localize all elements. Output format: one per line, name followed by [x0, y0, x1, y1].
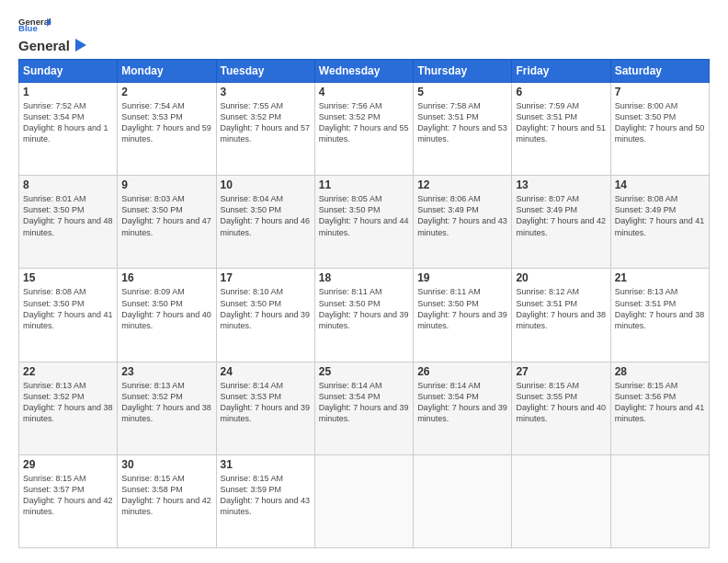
day-number: 8 [23, 178, 113, 191]
col-header-saturday: Saturday [610, 60, 709, 83]
calendar-cell: 11 Sunrise: 8:05 AM Sunset: 3:50 PM Dayl… [314, 176, 413, 269]
day-number: 12 [417, 178, 507, 191]
day-info: Sunrise: 8:08 AM Sunset: 3:49 PM Dayligh… [615, 193, 705, 238]
calendar-cell: 15 Sunrise: 8:08 AM Sunset: 3:50 PM Dayl… [19, 269, 118, 362]
calendar-cell: 25 Sunrise: 8:14 AM Sunset: 3:54 PM Dayl… [314, 362, 413, 454]
calendar-cell: 24 Sunrise: 8:14 AM Sunset: 3:53 PM Dayl… [216, 362, 314, 454]
day-info: Sunrise: 8:05 AM Sunset: 3:50 PM Dayligh… [319, 193, 409, 238]
day-number: 16 [121, 271, 211, 284]
calendar-cell: 3 Sunrise: 7:55 AM Sunset: 3:52 PM Dayli… [216, 83, 314, 176]
col-header-friday: Friday [512, 60, 610, 83]
calendar-cell: 10 Sunrise: 8:04 AM Sunset: 3:50 PM Dayl… [216, 176, 314, 269]
calendar-cell: 30 Sunrise: 8:15 AM Sunset: 3:58 PM Dayl… [118, 454, 216, 547]
day-number: 7 [615, 86, 705, 98]
svg-marker-2 [75, 39, 86, 52]
day-number: 31 [221, 458, 311, 471]
col-header-sunday: Sunday [19, 60, 118, 83]
logo-triangle-icon [72, 37, 88, 53]
calendar-cell: 4 Sunrise: 7:56 AM Sunset: 3:52 PM Dayli… [314, 83, 413, 176]
calendar-cell [512, 454, 610, 547]
header-row: SundayMondayTuesdayWednesdayThursdayFrid… [19, 60, 710, 83]
week-row-2: 8 Sunrise: 8:01 AM Sunset: 3:50 PM Dayli… [19, 176, 710, 269]
calendar-cell: 27 Sunrise: 8:15 AM Sunset: 3:55 PM Dayl… [512, 362, 610, 454]
calendar-cell [314, 454, 413, 547]
day-info: Sunrise: 8:09 AM Sunset: 3:50 PM Dayligh… [121, 286, 211, 331]
calendar-cell: 31 Sunrise: 8:15 AM Sunset: 3:59 PM Dayl… [216, 454, 314, 547]
logo: General Blue General [18, 15, 88, 50]
calendar-cell: 20 Sunrise: 8:12 AM Sunset: 3:51 PM Dayl… [512, 269, 610, 362]
day-info: Sunrise: 8:13 AM Sunset: 3:51 PM Dayligh… [615, 286, 705, 331]
day-info: Sunrise: 8:14 AM Sunset: 3:54 PM Dayligh… [319, 380, 409, 425]
day-info: Sunrise: 8:15 AM Sunset: 3:59 PM Dayligh… [221, 473, 311, 518]
calendar-cell: 7 Sunrise: 8:00 AM Sunset: 3:50 PM Dayli… [610, 83, 709, 176]
day-number: 27 [516, 365, 606, 378]
col-header-thursday: Thursday [414, 60, 512, 83]
day-number: 17 [221, 271, 311, 284]
day-number: 24 [221, 365, 311, 378]
day-info: Sunrise: 7:58 AM Sunset: 3:51 PM Dayligh… [417, 100, 507, 145]
day-number: 9 [121, 178, 211, 191]
day-info: Sunrise: 7:54 AM Sunset: 3:53 PM Dayligh… [121, 100, 211, 145]
day-info: Sunrise: 8:13 AM Sunset: 3:52 PM Dayligh… [121, 380, 211, 425]
calendar-cell: 29 Sunrise: 8:15 AM Sunset: 3:57 PM Dayl… [19, 454, 118, 547]
day-info: Sunrise: 8:01 AM Sunset: 3:50 PM Dayligh… [23, 193, 113, 238]
day-number: 20 [516, 271, 606, 284]
calendar-cell [414, 454, 512, 547]
week-row-1: 1 Sunrise: 7:52 AM Sunset: 3:54 PM Dayli… [19, 83, 710, 176]
day-info: Sunrise: 8:15 AM Sunset: 3:55 PM Dayligh… [516, 380, 606, 425]
day-number: 26 [417, 365, 507, 378]
day-info: Sunrise: 8:08 AM Sunset: 3:50 PM Dayligh… [23, 286, 113, 331]
day-info: Sunrise: 8:15 AM Sunset: 3:57 PM Dayligh… [23, 473, 113, 518]
calendar-cell: 26 Sunrise: 8:14 AM Sunset: 3:54 PM Dayl… [414, 362, 512, 454]
day-info: Sunrise: 8:11 AM Sunset: 3:50 PM Dayligh… [417, 286, 507, 331]
day-info: Sunrise: 7:59 AM Sunset: 3:51 PM Dayligh… [516, 100, 606, 145]
day-info: Sunrise: 7:56 AM Sunset: 3:52 PM Dayligh… [319, 100, 409, 145]
calendar-cell: 17 Sunrise: 8:10 AM Sunset: 3:50 PM Dayl… [216, 269, 314, 362]
logo-icon: General Blue [18, 15, 51, 33]
day-number: 19 [417, 271, 507, 284]
day-number: 6 [516, 86, 606, 98]
calendar-cell: 1 Sunrise: 7:52 AM Sunset: 3:54 PM Dayli… [19, 83, 118, 176]
week-row-4: 22 Sunrise: 8:13 AM Sunset: 3:52 PM Dayl… [19, 362, 710, 454]
day-info: Sunrise: 8:14 AM Sunset: 3:53 PM Dayligh… [221, 380, 311, 425]
day-number: 18 [319, 271, 409, 284]
calendar-cell: 28 Sunrise: 8:15 AM Sunset: 3:56 PM Dayl… [610, 362, 709, 454]
day-number: 13 [516, 178, 606, 191]
logo-general: General [18, 38, 70, 53]
col-header-monday: Monday [118, 60, 216, 83]
day-number: 28 [615, 365, 705, 378]
day-number: 23 [121, 365, 211, 378]
day-info: Sunrise: 7:52 AM Sunset: 3:54 PM Dayligh… [23, 100, 113, 145]
calendar-table: SundayMondayTuesdayWednesdayThursdayFrid… [18, 59, 710, 548]
day-info: Sunrise: 8:07 AM Sunset: 3:49 PM Dayligh… [516, 193, 606, 238]
day-info: Sunrise: 8:06 AM Sunset: 3:49 PM Dayligh… [417, 193, 507, 238]
week-row-3: 15 Sunrise: 8:08 AM Sunset: 3:50 PM Dayl… [19, 269, 710, 362]
day-info: Sunrise: 7:55 AM Sunset: 3:52 PM Dayligh… [221, 100, 311, 145]
day-info: Sunrise: 8:00 AM Sunset: 3:50 PM Dayligh… [615, 100, 705, 145]
day-info: Sunrise: 8:13 AM Sunset: 3:52 PM Dayligh… [23, 380, 113, 425]
day-info: Sunrise: 8:15 AM Sunset: 3:58 PM Dayligh… [121, 473, 211, 518]
day-info: Sunrise: 8:04 AM Sunset: 3:50 PM Dayligh… [221, 193, 311, 238]
day-number: 1 [23, 86, 113, 98]
header: General Blue General [18, 15, 710, 50]
day-info: Sunrise: 8:10 AM Sunset: 3:50 PM Dayligh… [221, 286, 311, 331]
calendar-cell: 6 Sunrise: 7:59 AM Sunset: 3:51 PM Dayli… [512, 83, 610, 176]
calendar-cell: 2 Sunrise: 7:54 AM Sunset: 3:53 PM Dayli… [118, 83, 216, 176]
calendar-cell: 18 Sunrise: 8:11 AM Sunset: 3:50 PM Dayl… [314, 269, 413, 362]
day-info: Sunrise: 8:11 AM Sunset: 3:50 PM Dayligh… [319, 286, 409, 331]
day-number: 2 [121, 86, 211, 98]
day-number: 15 [23, 271, 113, 284]
calendar-cell: 16 Sunrise: 8:09 AM Sunset: 3:50 PM Dayl… [118, 269, 216, 362]
col-header-tuesday: Tuesday [216, 60, 314, 83]
calendar-cell: 14 Sunrise: 8:08 AM Sunset: 3:49 PM Dayl… [610, 176, 709, 269]
col-header-wednesday: Wednesday [314, 60, 413, 83]
day-number: 21 [615, 271, 705, 284]
calendar-cell: 13 Sunrise: 8:07 AM Sunset: 3:49 PM Dayl… [512, 176, 610, 269]
day-number: 5 [417, 86, 507, 98]
calendar-cell: 5 Sunrise: 7:58 AM Sunset: 3:51 PM Dayli… [414, 83, 512, 176]
calendar-cell: 19 Sunrise: 8:11 AM Sunset: 3:50 PM Dayl… [414, 269, 512, 362]
day-number: 22 [23, 365, 113, 378]
calendar-cell: 12 Sunrise: 8:06 AM Sunset: 3:49 PM Dayl… [414, 176, 512, 269]
calendar-cell [610, 454, 709, 547]
week-row-5: 29 Sunrise: 8:15 AM Sunset: 3:57 PM Dayl… [19, 454, 710, 547]
